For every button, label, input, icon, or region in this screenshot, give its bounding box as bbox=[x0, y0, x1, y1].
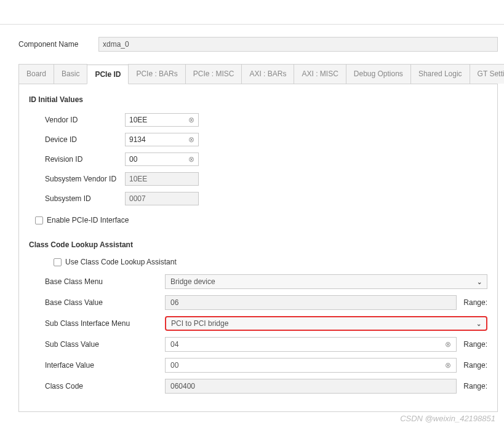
tab-gt-settings[interactable]: GT Settings bbox=[470, 64, 504, 84]
field-value: 0007 bbox=[129, 194, 146, 203]
chevron-down-icon: ⌄ bbox=[476, 320, 481, 327]
lookup-row: Class Code060400Range: bbox=[29, 376, 487, 397]
checkbox-icon[interactable] bbox=[54, 258, 62, 266]
field-value: 9134 bbox=[129, 135, 146, 144]
field-label: Subsystem Vendor ID bbox=[45, 175, 125, 183]
component-name-label: Component Name bbox=[18, 40, 92, 49]
watermark: CSDN @weixin_42198851 bbox=[400, 414, 495, 418]
field-input: 0007 bbox=[125, 192, 199, 205]
tab-axi-misc[interactable]: AXI : MISC bbox=[294, 64, 346, 84]
range-label: Range: bbox=[460, 298, 487, 307]
lookup-value-wrap: PCI to PCI bridge⌄ bbox=[165, 316, 487, 331]
dropdown-value: Bridge device bbox=[170, 277, 215, 286]
field-label: Device ID bbox=[45, 135, 125, 144]
field-value: 10EE bbox=[129, 116, 147, 124]
tab-panel: ID Initial Values Vendor ID10EE⊗Device I… bbox=[18, 84, 498, 412]
field-input[interactable]: 9134⊗ bbox=[125, 133, 199, 146]
class-code-heading: Class Code Lookup Assistant bbox=[29, 240, 487, 249]
text-value: 04 bbox=[170, 340, 178, 349]
field-input[interactable]: 10EE⊗ bbox=[125, 113, 199, 127]
field-row: Vendor ID10EE⊗ bbox=[29, 110, 487, 130]
tab-basic[interactable]: Basic bbox=[54, 64, 87, 84]
field-value: 00 bbox=[129, 155, 137, 164]
range-label: Range: bbox=[460, 340, 487, 349]
text-value: 060400 bbox=[170, 382, 195, 390]
lookup-value-wrap: 060400Range: bbox=[165, 379, 487, 394]
text-value: 00 bbox=[170, 361, 178, 370]
field-row: Revision ID00⊗ bbox=[29, 149, 487, 169]
checkbox-icon[interactable] bbox=[35, 216, 43, 224]
dropdown[interactable]: PCI to PCI bridge⌄ bbox=[165, 316, 487, 331]
lookup-label: Base Class Value bbox=[45, 298, 165, 307]
range-label: Range: bbox=[460, 361, 487, 370]
lookup-value-wrap: Bridge device⌄ bbox=[165, 274, 487, 289]
component-name-row: Component Name bbox=[18, 37, 498, 52]
lookup-label: Sub Class Interface Menu bbox=[45, 319, 165, 328]
clear-icon[interactable]: ⊗ bbox=[445, 340, 451, 349]
field-label: Revision ID bbox=[45, 155, 125, 164]
lookup-row: Base Class Value06Range: bbox=[29, 292, 487, 313]
clear-icon[interactable]: ⊗ bbox=[188, 116, 194, 124]
lookup-value-wrap: 06Range: bbox=[165, 295, 487, 310]
dropdown-value: PCI to PCI bridge bbox=[171, 319, 228, 328]
lookup-label: Class Code bbox=[45, 382, 165, 390]
tab-board[interactable]: Board bbox=[18, 64, 54, 84]
dropdown[interactable]: Bridge device⌄ bbox=[165, 274, 487, 289]
field-row: Subsystem Vendor ID10EE bbox=[29, 169, 487, 189]
lookup-label: Interface Value bbox=[45, 361, 165, 370]
top-bar bbox=[0, 0, 504, 25]
tab-shared-logic[interactable]: Shared Logic bbox=[410, 64, 470, 84]
lookup-label: Base Class Menu bbox=[45, 277, 165, 286]
component-name-input[interactable] bbox=[98, 37, 498, 52]
field-value: 10EE bbox=[129, 175, 147, 183]
field-label: Vendor ID bbox=[45, 116, 125, 124]
enable-interface-label: Enable PCIe-ID Interface bbox=[47, 216, 129, 224]
tab-debug-options[interactable]: Debug Options bbox=[346, 64, 411, 84]
enable-interface-row[interactable]: Enable PCIe-ID Interface bbox=[29, 208, 487, 227]
tab-bar: BoardBasicPCIe IDPCIe : BARsPCIe : MISCA… bbox=[18, 64, 498, 84]
tab-axi-bars[interactable]: AXI : BARs bbox=[241, 64, 294, 84]
lookup-value-wrap: 04⊗Range: bbox=[165, 337, 487, 352]
text-input[interactable]: 04⊗ bbox=[165, 337, 457, 352]
field-input: 10EE bbox=[125, 172, 199, 186]
page: Component Name BoardBasicPCIe IDPCIe : B… bbox=[0, 25, 504, 418]
tab-pcie-bars[interactable]: PCIe : BARs bbox=[128, 64, 185, 84]
text-value: 06 bbox=[170, 298, 178, 307]
id-initial-heading: ID Initial Values bbox=[29, 95, 487, 104]
use-assistant-row[interactable]: Use Class Code Lookup Assistant bbox=[29, 255, 487, 269]
lookup-row: Base Class MenuBridge device⌄ bbox=[29, 271, 487, 292]
tab-pcie-id[interactable]: PCIe ID bbox=[87, 65, 129, 84]
clear-icon[interactable]: ⊗ bbox=[188, 135, 194, 144]
use-assistant-label: Use Class Code Lookup Assistant bbox=[65, 258, 177, 266]
field-input[interactable]: 00⊗ bbox=[125, 153, 199, 166]
text-input: 060400 bbox=[165, 379, 457, 394]
text-input: 06 bbox=[165, 295, 457, 310]
lookup-value-wrap: 00⊗Range: bbox=[165, 358, 487, 373]
field-row: Device ID9134⊗ bbox=[29, 130, 487, 149]
field-label: Subsystem ID bbox=[45, 194, 125, 203]
tab-pcie-misc[interactable]: PCIe : MISC bbox=[185, 64, 242, 84]
lookup-row: Interface Value00⊗Range: bbox=[29, 355, 487, 376]
range-label: Range: bbox=[460, 382, 487, 390]
clear-icon[interactable]: ⊗ bbox=[188, 155, 194, 164]
text-input[interactable]: 00⊗ bbox=[165, 358, 457, 373]
chevron-down-icon: ⌄ bbox=[477, 279, 482, 285]
lookup-row: Sub Class Value04⊗Range: bbox=[29, 334, 487, 355]
lookup-label: Sub Class Value bbox=[45, 340, 165, 349]
lookup-row: Sub Class Interface MenuPCI to PCI bridg… bbox=[29, 313, 487, 334]
field-row: Subsystem ID0007 bbox=[29, 189, 487, 208]
clear-icon[interactable]: ⊗ bbox=[445, 361, 451, 370]
